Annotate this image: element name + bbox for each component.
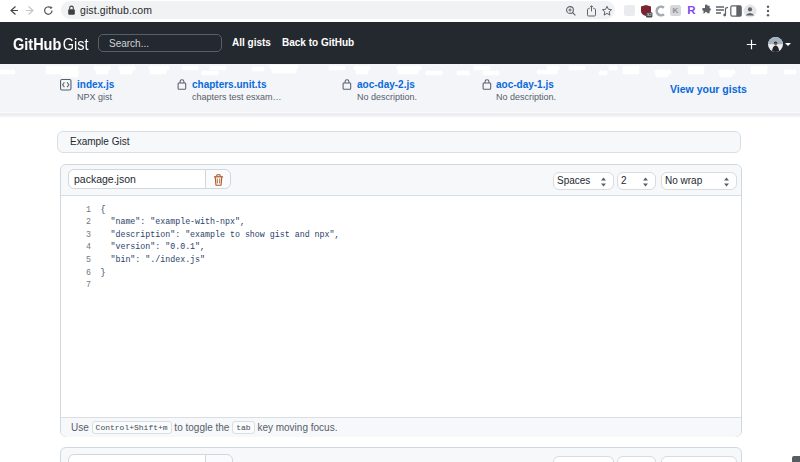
svg-text:32: 32 [647, 12, 652, 17]
